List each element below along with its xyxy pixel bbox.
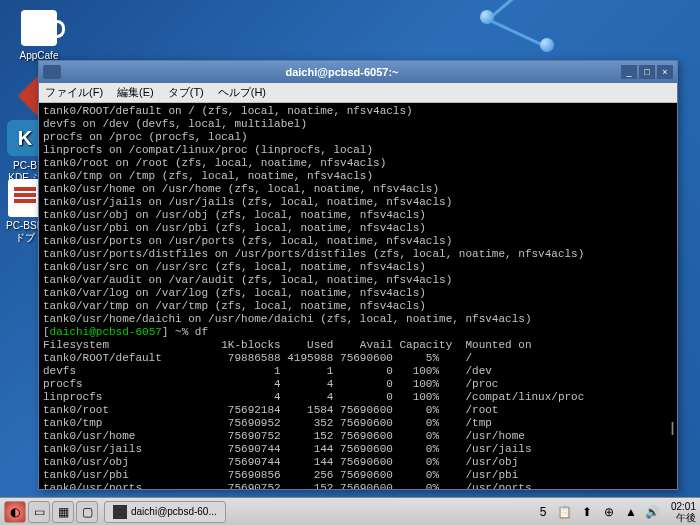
minimize-button[interactable]: _ — [621, 65, 637, 79]
menu-help[interactable]: ヘルプ(H) — [218, 85, 266, 100]
terminal-output[interactable]: tank0/ROOT/default on / (zfs, local, noa… — [39, 103, 677, 489]
places-button[interactable]: ▭ — [28, 501, 50, 523]
window-menu-icon[interactable] — [43, 65, 61, 79]
clipboard-icon[interactable]: 📋 — [557, 504, 573, 520]
titlebar[interactable]: daichi@pcbsd-6057:~ _ □ × — [39, 61, 677, 83]
text-cursor-icon: I — [670, 419, 675, 440]
pager-button[interactable]: ▦ — [52, 501, 74, 523]
taskbar: ◐ ▭ ▦ ▢ daichi@pcbsd-60... 5 📋 ⬆ ⊕ ▲ 🔊 0… — [0, 497, 700, 525]
chevron-up-icon[interactable]: ▲ — [623, 504, 639, 520]
menubar: ファイル(F) 編集(E) タブ(T) ヘルプ(H) — [39, 83, 677, 103]
pager-desktops[interactable]: 5 — [535, 504, 551, 520]
window-title: daichi@pcbsd-6057:~ — [65, 66, 619, 78]
menu-edit[interactable]: 編集(E) — [117, 85, 154, 100]
task-terminal-icon — [113, 505, 127, 519]
task-label: daichi@pcbsd-60... — [131, 506, 217, 517]
desktop-icon-appcafe[interactable]: AppCafe — [14, 8, 64, 61]
show-desktop-button[interactable]: ▢ — [76, 501, 98, 523]
start-button[interactable]: ◐ — [4, 501, 26, 523]
task-terminal[interactable]: daichi@pcbsd-60... — [104, 501, 226, 523]
menu-tab[interactable]: タブ(T) — [168, 85, 204, 100]
menu-file[interactable]: ファイル(F) — [45, 85, 103, 100]
close-button[interactable]: × — [657, 65, 673, 79]
volume-icon[interactable]: 🔊 — [645, 504, 661, 520]
mug-icon — [19, 8, 59, 48]
terminal-window: daichi@pcbsd-6057:~ _ □ × ファイル(F) 編集(E) … — [38, 60, 678, 490]
maximize-button[interactable]: □ — [639, 65, 655, 79]
network-icon[interactable]: ⊕ — [601, 504, 617, 520]
update-icon[interactable]: ⬆ — [579, 504, 595, 520]
clock[interactable]: 02:01 午後 — [671, 501, 696, 523]
